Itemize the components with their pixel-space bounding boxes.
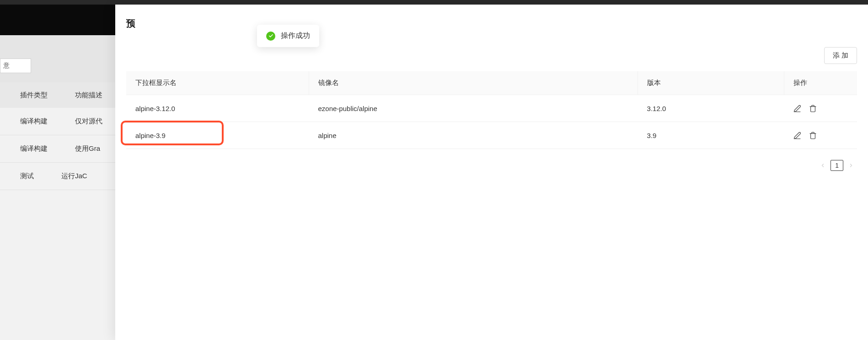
bg-header-col2: 功能描述: [75, 91, 102, 100]
header-action: 操作: [784, 71, 857, 95]
table-row: alpine-3.9 alpine 3.9: [126, 122, 857, 149]
header-version: 版本: [638, 71, 784, 95]
bg-row-col1: 编译构建: [20, 144, 48, 153]
panel-title: 预: [126, 17, 857, 30]
cell-version: 3.9: [638, 122, 784, 149]
modal-panel: 预 操作成功 添 加 下拉框显示名 镜像名 版本 操作: [115, 5, 868, 340]
cell-display-name: alpine-3.12.0: [126, 95, 309, 122]
image-table: 下拉框显示名 镜像名 版本 操作 alpine-3.12.0 ezone-pub…: [126, 71, 857, 149]
cell-image-name: ezone-public/alpine: [309, 95, 638, 122]
cell-image-name: alpine: [309, 122, 638, 149]
bg-row-col2: 使用Gra: [75, 144, 100, 153]
cell-action: [784, 95, 857, 122]
table-header-row: 下拉框显示名 镜像名 版本 操作: [126, 71, 857, 95]
bg-row-col2: 运行JaC: [61, 172, 87, 181]
cell-action: [784, 122, 857, 149]
toolbar: 添 加: [126, 47, 857, 64]
header-band: [0, 5, 115, 35]
bg-row: 编译构建 使用Gra: [0, 135, 115, 163]
header-display-name: 下拉框显示名: [126, 71, 309, 95]
bg-row-col1: 测试: [20, 172, 34, 181]
add-button[interactable]: 添 加: [824, 47, 857, 64]
success-check-icon: [266, 32, 275, 41]
top-bar: [0, 0, 868, 5]
header-image-name: 镜像名: [309, 71, 638, 95]
page-next-icon[interactable]: [848, 162, 854, 169]
delete-icon[interactable]: [809, 131, 817, 139]
table-row: alpine-3.12.0 ezone-public/alpine 3.12.0: [126, 95, 857, 122]
page-number[interactable]: 1: [830, 160, 843, 171]
pagination: 1: [126, 160, 857, 171]
success-toast: 操作成功: [257, 25, 319, 47]
bg-row: 编译构建 仅对源代: [0, 108, 115, 135]
edit-icon[interactable]: [793, 104, 801, 112]
page-prev-icon[interactable]: [820, 162, 826, 169]
cell-display-name: alpine-3.9: [126, 122, 309, 149]
bg-row-col1: 编译构建: [20, 117, 48, 126]
bg-row: 测试 运行JaC: [0, 163, 115, 190]
toast-message: 操作成功: [281, 31, 310, 41]
delete-icon[interactable]: [809, 104, 817, 112]
bg-row-col2: 仅对源代: [75, 117, 102, 126]
bg-table-header: 插件类型 功能描述: [0, 82, 115, 108]
bg-header-col1: 插件类型: [20, 91, 48, 100]
background-panel: 意 插件类型 功能描述 编译构建 仅对源代 编译构建 使用Gra 测试 运行Ja…: [0, 5, 115, 340]
cell-version: 3.12.0: [638, 95, 784, 122]
search-input[interactable]: 意: [0, 58, 31, 73]
edit-icon[interactable]: [793, 131, 801, 139]
